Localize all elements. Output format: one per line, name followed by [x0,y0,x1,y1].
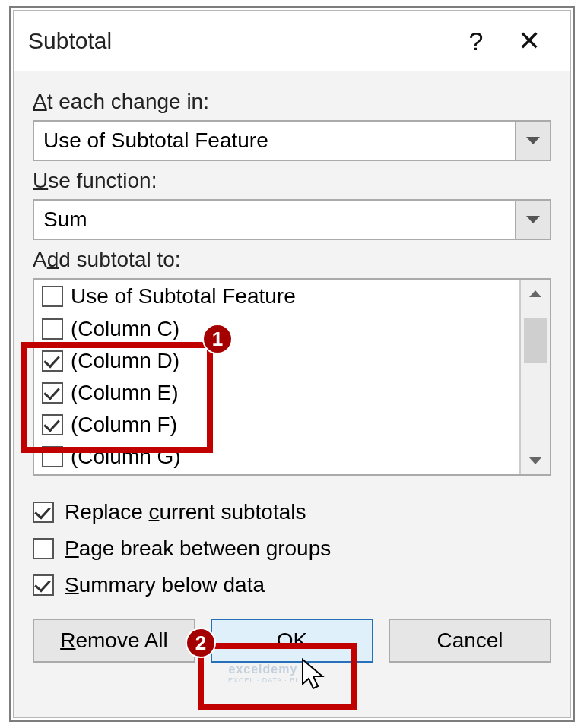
at-change-dropdown-button[interactable] [515,122,550,160]
list-item[interactable]: (Column G) [34,441,519,473]
remove-all-button[interactable]: Remove All [33,619,195,663]
at-change-select[interactable]: Use of Subtotal Feature [33,120,551,161]
dialog-title: Subtotal [28,28,449,54]
cancel-label: Cancel [436,628,503,653]
checkbox[interactable] [42,446,63,467]
help-icon: ? [469,27,484,56]
list-item-label: Use of Subtotal Feature [71,284,296,309]
checkbox[interactable] [42,350,63,372]
use-function-dropdown-button[interactable] [515,201,550,239]
chevron-down-icon [526,137,540,144]
use-function-label: Use function: [33,169,551,193]
help-button[interactable]: ? [449,18,503,64]
checkbox[interactable] [33,502,54,523]
checkbox[interactable] [42,414,63,435]
list-item-label: (Column G) [71,445,181,469]
ok-button[interactable]: OK [211,619,373,663]
at-change-value: Use of Subtotal Feature [34,122,515,160]
scrollbar-thumb[interactable] [524,318,547,363]
list-item[interactable]: (Column C) [34,313,519,345]
list-item-label: (Column E) [71,381,179,405]
add-subtotal-listbox[interactable]: Use of Subtotal Feature (Column C) (Colu… [33,278,551,476]
at-change-label: At each change in: [33,90,551,114]
checkbox[interactable] [33,538,54,559]
chevron-down-icon [526,216,540,223]
annotation-callout-2: 2 [186,628,216,658]
list-item[interactable]: (Column F) [34,409,519,441]
list-item[interactable]: (Column D) [34,345,519,377]
watermark: exceldemy EXCEL · DATA · BI [228,663,298,684]
list-item[interactable]: (Column E) [34,377,519,409]
checkbox[interactable] [33,574,54,596]
cancel-button[interactable]: Cancel [389,619,551,663]
add-subtotal-label: Add subtotal to: [33,248,551,272]
scroll-down-button[interactable] [521,447,550,474]
list-item[interactable]: Use of Subtotal Feature [34,280,519,313]
summary-below-option[interactable]: Summary below data [33,573,551,597]
annotation-callout-1: 1 [202,324,233,354]
chevron-down-icon [529,457,541,464]
scroll-up-button[interactable] [521,280,550,307]
listbox-scrollbar[interactable] [519,280,550,474]
checkbox[interactable] [42,318,63,340]
checkbox[interactable] [42,286,63,307]
checkbox[interactable] [42,382,63,404]
subtotal-dialog: Subtotal ? ✕ At each change in: Use of S… [13,10,571,718]
use-function-value: Sum [34,201,515,239]
chevron-up-icon [529,290,541,297]
use-function-select[interactable]: Sum [33,199,551,240]
list-item-label: (Column D) [71,349,179,373]
close-icon: ✕ [518,25,541,57]
titlebar: Subtotal ? ✕ [14,11,570,71]
replace-subtotals-option[interactable]: Replace current subtotals [33,500,551,524]
close-button[interactable]: ✕ [503,18,556,64]
ok-label: OK [277,628,307,653]
page-break-option[interactable]: Page break between groups [33,537,551,561]
list-item-label: (Column C) [71,317,179,341]
list-item-label: (Column F) [71,413,177,437]
